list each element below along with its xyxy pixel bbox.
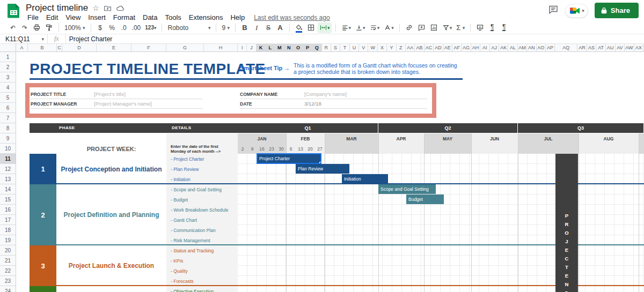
gantt-bar-project-charter[interactable]: Project Charter (257, 154, 321, 163)
row-header-22[interactable]: 22 (0, 266, 16, 276)
project-title-value[interactable]: [Project's title] (94, 91, 126, 97)
month-header-MAR[interactable]: MAR (325, 133, 378, 144)
project-title-row[interactable]: PROJECT TITLE [Project's title] (31, 89, 203, 99)
gantt-bar-budget[interactable]: Budget (406, 194, 444, 204)
row-header-24[interactable]: 24 (0, 286, 16, 292)
functions-button[interactable]: Σ ▾ (455, 23, 466, 33)
text-rotation-button[interactable]: ▾ (382, 23, 396, 33)
detail-cell[interactable]: - Status and Tracking (166, 245, 238, 256)
quarter-header-q3[interactable]: Q3 (518, 123, 643, 133)
week-cells-JAN[interactable]: 29162330 (238, 144, 286, 154)
row-header-17[interactable]: 17 (0, 215, 16, 225)
month-header-APR[interactable]: APR (378, 133, 424, 144)
paint-format-button[interactable] (43, 23, 55, 33)
month-header-AUG[interactable]: AUG (579, 133, 639, 144)
detail-cell[interactable]: - Scope and Goal Setting (166, 184, 238, 194)
create-filter-button[interactable]: ▾ (441, 23, 454, 33)
week-cells-APR[interactable] (378, 144, 424, 154)
vertical-align-button[interactable]: ▾ (354, 23, 367, 33)
sheets-logo-icon[interactable] (6, 3, 21, 18)
column-header-AM[interactable]: AM (518, 44, 527, 51)
month-header-JUN[interactable]: JUN (471, 133, 518, 144)
phase-2-name[interactable]: Project Definition and Planning (56, 184, 166, 245)
document-title[interactable]: Project timeline (26, 3, 88, 13)
move-folder-icon[interactable] (104, 4, 112, 12)
column-header-A[interactable]: A (16, 44, 28, 51)
month-header-MAY[interactable]: MAY (424, 133, 471, 144)
column-header-J[interactable]: J (247, 44, 256, 51)
gantt-bar-initiation[interactable]: Initiation (342, 174, 388, 184)
insert-chart-button[interactable] (428, 23, 440, 33)
more-formats-button[interactable]: 123▾ (143, 23, 158, 33)
week-cells-FEB[interactable]: 6132027 (286, 144, 325, 154)
month-header-next[interactable] (639, 133, 644, 144)
column-header-Q[interactable]: Q (312, 44, 321, 51)
column-header-D[interactable]: D (62, 44, 97, 51)
column-header-AH[interactable]: AH (471, 44, 480, 51)
meet-button[interactable]: ▾ (565, 4, 588, 18)
row-header-16[interactable]: 16 (0, 205, 16, 215)
zoom-select[interactable]: 100% ▾ (63, 23, 87, 33)
date-row[interactable]: DATE 3/12/18 (240, 99, 427, 109)
row-header-14[interactable]: 14 (0, 184, 16, 194)
row-header-9[interactable]: 9 (0, 133, 16, 144)
phase-3-block[interactable]: 3 (30, 245, 56, 286)
formula-input[interactable]: Project Charter (66, 35, 113, 43)
comments-icon[interactable] (548, 4, 559, 17)
phase-3-name[interactable]: Project Launch & Execution (56, 245, 166, 286)
row-header-1[interactable]: 1 (0, 52, 16, 62)
column-header-AQ[interactable]: AQ (555, 44, 577, 51)
column-header-O[interactable]: O (294, 44, 303, 51)
cloud-status-icon[interactable] (116, 5, 125, 12)
column-header-H[interactable]: H (204, 44, 238, 51)
column-header-C[interactable]: C (57, 44, 62, 51)
row-header-7[interactable]: 7 (0, 113, 16, 123)
column-header-AD[interactable]: AD (434, 44, 443, 51)
detail-cell[interactable]: - Plan Review (166, 164, 238, 174)
increase-decimal-button[interactable]: .00 (130, 23, 143, 33)
menu-extensions[interactable]: Extensions (185, 13, 227, 22)
menu-help[interactable]: Help (226, 13, 248, 22)
week-cells-JUL[interactable] (518, 144, 579, 154)
week-cells-next[interactable] (639, 144, 644, 154)
row-header-11[interactable]: 11 (0, 154, 16, 164)
column-header-AK[interactable]: AK (499, 44, 508, 51)
project-manager-value[interactable]: [Project Manager's name] (94, 101, 152, 107)
row-header-6[interactable]: 6 (0, 103, 16, 113)
column-header-E[interactable]: E (97, 44, 131, 51)
column-header-P[interactable]: P (303, 44, 312, 51)
font-size-select[interactable]: 9 ▾ (220, 23, 231, 33)
row-header-12[interactable]: 12 (0, 164, 16, 174)
row-header-18[interactable]: 18 (0, 225, 16, 235)
column-header-I[interactable]: I (238, 44, 247, 51)
phase-4-block[interactable] (30, 286, 56, 292)
column-header-W[interactable]: W (368, 44, 377, 51)
column-header-AA[interactable]: AA (406, 44, 415, 51)
name-box-caret[interactable]: ▾ (41, 36, 44, 42)
font-select[interactable]: Roboto▾ (166, 23, 212, 33)
menu-data[interactable]: Data (139, 13, 161, 22)
row-header-3[interactable]: 3 (0, 72, 16, 83)
detail-cell[interactable]: - Objective Execution (166, 286, 238, 292)
row-header-20[interactable]: 20 (0, 245, 16, 256)
quarter-header-q1[interactable]: Q1 (238, 123, 378, 133)
menu-file[interactable]: File (24, 13, 42, 22)
column-header-AL[interactable]: AL (508, 44, 517, 51)
week-cells-JUN[interactable] (471, 144, 518, 154)
insert-link-button[interactable] (404, 23, 415, 33)
row-header-21[interactable]: 21 (0, 256, 16, 266)
menu-tools[interactable]: Tools (161, 13, 185, 22)
phase-1-name[interactable]: Project Conception and Initiation (56, 154, 166, 184)
phase-1-block[interactable]: 1 (30, 154, 56, 184)
redo-button[interactable]: ↷ (19, 23, 30, 33)
week-cells-MAY[interactable] (424, 144, 471, 154)
horizontal-align-button[interactable]: ▾ (340, 23, 353, 33)
gantt-bar-plan-review[interactable]: Plan Review (296, 164, 349, 174)
star-icon[interactable]: ☆ (92, 4, 99, 12)
column-header-S[interactable]: S (331, 44, 340, 51)
screen-reader-icon[interactable] (474, 23, 486, 33)
insert-comment-button[interactable] (416, 23, 427, 33)
format-percent-button[interactable]: % (107, 23, 118, 33)
column-header-AC[interactable]: AC (425, 44, 434, 51)
print-button[interactable] (31, 23, 42, 33)
